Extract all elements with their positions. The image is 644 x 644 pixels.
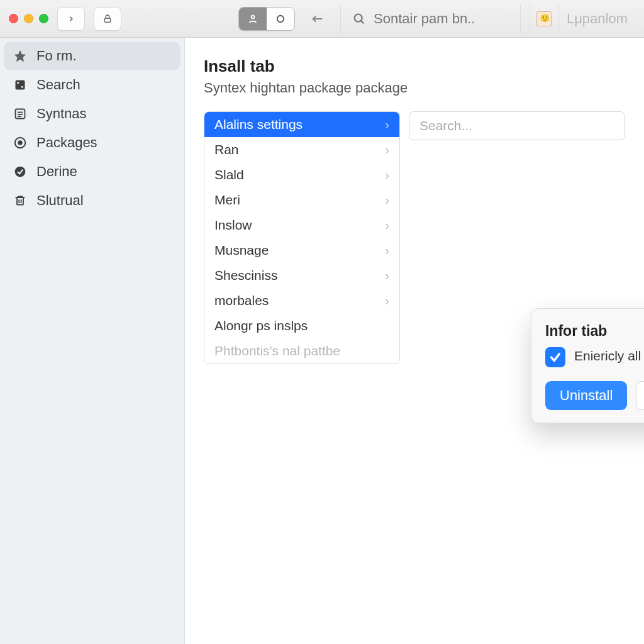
nav-forward-button[interactable] — [57, 7, 85, 31]
sidebar-item-label: Packages — [36, 135, 97, 151]
list-item-label: Alongr ps inslps — [214, 318, 308, 333]
list-item-label: Phtbontis's nal pattbe — [214, 343, 340, 358]
user-label[interactable]: Lμpanlom — [558, 4, 635, 34]
list-item-label: morbales — [214, 293, 269, 308]
list-item-meri[interactable]: Meri› — [204, 187, 399, 213]
avatar-icon — [536, 11, 552, 26]
list-item-musnage[interactable]: Musnage› — [204, 238, 399, 263]
list-item-label: Alalins settings — [214, 117, 303, 132]
page-title: Insall tab — [204, 57, 625, 76]
list-item-morbales[interactable]: morbales› — [204, 288, 399, 313]
dice-icon — [13, 77, 28, 92]
chevron-right-icon: › — [385, 143, 389, 157]
list-item-label: Slald — [214, 167, 244, 182]
sidebar: Fo rm. Search Syntnas Packages Derine Sl… — [0, 38, 185, 644]
svg-marker-6 — [14, 50, 26, 62]
maximize-window-icon[interactable] — [39, 14, 48, 23]
list-item-label: Inslow — [214, 218, 252, 233]
titlebar-right: Lμpanlom — [530, 4, 635, 34]
settings-list: Alalins settings› Ran› Slald› Meri› Insl… — [204, 111, 400, 364]
chevron-right-icon: › — [385, 193, 389, 208]
confirm-checkbox[interactable] — [545, 347, 565, 367]
chevron-right-icon: › — [385, 118, 389, 132]
svg-point-8 — [17, 82, 19, 84]
sidebar-item-label: Search — [36, 77, 80, 93]
gauge-icon — [13, 135, 28, 150]
avatar-button[interactable] — [530, 4, 558, 34]
svg-point-9 — [21, 86, 23, 88]
confirm-dialog: Infor tiab Eniericly all ulstal your hee… — [531, 308, 644, 423]
chevron-right-icon: › — [385, 269, 389, 283]
titlebar-search-input[interactable] — [374, 11, 509, 27]
list-item-ran[interactable]: Ran› — [204, 137, 399, 162]
svg-rect-17 — [17, 197, 23, 205]
list-item-slald[interactable]: Slald› — [204, 162, 399, 187]
chevron-right-icon: › — [385, 218, 389, 233]
list-icon — [13, 106, 28, 121]
chevron-right-icon: › — [385, 243, 389, 258]
sidebar-item-label: Fo rm. — [36, 48, 77, 64]
list-item-label: Shesciniss — [214, 268, 277, 283]
minimize-window-icon[interactable] — [24, 14, 33, 23]
cancel-button[interactable]: Cancel — [636, 381, 644, 410]
sidebar-item-form[interactable]: Fo rm. — [4, 42, 180, 70]
list-item-label: Musnage — [214, 243, 269, 258]
sidebar-item-slutrual[interactable]: Slutrual — [4, 186, 180, 215]
chevron-right-icon: › — [385, 294, 389, 308]
sidebar-item-syntnas[interactable]: Syntnas — [4, 99, 180, 128]
svg-point-4 — [355, 14, 362, 21]
list-item-label: Ran — [214, 142, 239, 157]
list-item-inslow[interactable]: Inslow› — [204, 213, 399, 238]
close-window-icon[interactable] — [9, 14, 18, 23]
svg-point-2 — [277, 15, 284, 22]
back-arrow-button[interactable] — [304, 7, 331, 31]
svg-rect-0 — [104, 18, 110, 22]
page-subtitle: Syntex hightan package package — [204, 80, 625, 96]
view-mode-segment[interactable] — [238, 7, 295, 31]
star-icon — [13, 48, 28, 64]
svg-point-16 — [15, 167, 26, 177]
svg-point-1 — [252, 15, 255, 18]
check-circle-icon — [13, 164, 28, 179]
svg-rect-7 — [16, 80, 25, 90]
sidebar-item-label: Derine — [36, 164, 77, 180]
list-item-shesciniss[interactable]: Shesciniss› — [204, 263, 399, 288]
sidebar-item-derine[interactable]: Derine — [4, 157, 180, 186]
list-item-alongr[interactable]: Alongr ps inslps — [204, 313, 399, 338]
sidebar-item-label: Slutrual — [36, 192, 84, 209]
sidebar-item-label: Syntnas — [36, 106, 87, 122]
chevron-right-icon: › — [385, 168, 389, 182]
list-item-alalins-settings[interactable]: Alalins settings› — [204, 112, 399, 137]
search-icon — [352, 12, 366, 26]
lock-button[interactable] — [94, 7, 121, 31]
list-item-phtbontiss[interactable]: Phtbontis's nal pattbe — [204, 338, 399, 364]
content-search — [409, 111, 625, 140]
uninstall-button[interactable]: Uninstall — [545, 381, 627, 410]
dialog-text: Eniericly all ulstal your heek. — [574, 347, 644, 365]
content-search-input[interactable] — [409, 111, 625, 140]
dialog-title: Infor tiab — [545, 323, 644, 340]
main-content: Insall tab Syntex hightan package packag… — [185, 38, 644, 644]
svg-point-15 — [18, 141, 22, 145]
sidebar-item-search[interactable]: Search — [4, 70, 180, 99]
titlebar: Lμpanlom — [0, 0, 644, 38]
circle-view-icon[interactable] — [267, 8, 294, 30]
person-view-icon[interactable] — [239, 8, 267, 30]
titlebar-search[interactable] — [340, 4, 521, 34]
window-traffic-lights — [9, 14, 48, 23]
sidebar-item-packages[interactable]: Packages — [4, 128, 180, 157]
list-item-label: Meri — [214, 192, 240, 208]
svg-line-5 — [361, 20, 364, 23]
trash-icon — [13, 193, 28, 208]
